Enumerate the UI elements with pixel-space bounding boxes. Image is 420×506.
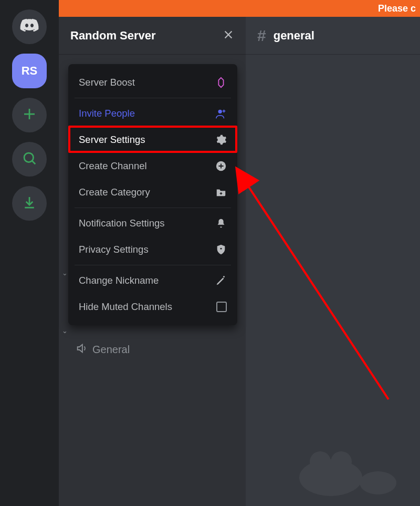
bell-icon <box>215 218 227 229</box>
chevron-down-icon[interactable]: ⌄ <box>62 269 68 277</box>
menu-item-server-boost[interactable]: Server Boost <box>68 69 237 96</box>
svg-point-0 <box>24 153 34 162</box>
menu-item-hide-muted[interactable]: Hide Muted Channels <box>68 294 237 320</box>
discord-logo-icon <box>19 15 40 38</box>
menu-label: Server Settings <box>79 134 145 146</box>
menu-item-notification-settings[interactable]: Notification Settings <box>68 210 237 236</box>
svg-point-7 <box>220 248 222 250</box>
menu-item-privacy-settings[interactable]: Privacy Settings <box>68 236 237 263</box>
channel-name: general <box>274 29 314 43</box>
folder-plus-icon <box>215 187 227 198</box>
explore-servers-button[interactable] <box>12 142 47 177</box>
menu-separator <box>75 265 231 265</box>
menu-label: Invite People <box>79 108 135 119</box>
voice-channel-label: General <box>92 344 130 356</box>
shield-icon <box>215 244 227 255</box>
invite-person-icon <box>215 108 227 119</box>
svg-point-5 <box>218 110 222 113</box>
chat-area: # general <box>246 17 420 506</box>
wumpus-illustration <box>289 420 404 501</box>
menu-label: Hide Muted Channels <box>79 301 172 313</box>
server-header[interactable]: Random Server <box>59 17 246 55</box>
gear-icon <box>215 134 227 146</box>
voice-channel-general[interactable]: General <box>76 343 130 357</box>
svg-point-4 <box>331 451 352 472</box>
menu-label: Create Category <box>79 187 150 198</box>
menu-item-invite-people[interactable]: Invite People <box>68 100 237 127</box>
menu-item-server-settings[interactable]: Server Settings <box>68 127 237 153</box>
add-server-button[interactable] <box>12 98 47 132</box>
hash-icon: # <box>257 27 266 45</box>
menu-item-create-channel[interactable]: Create Channel <box>68 153 237 179</box>
download-apps-button[interactable] <box>12 186 47 221</box>
compass-icon <box>22 150 37 168</box>
chevron-down-icon[interactable]: ⌄ <box>62 327 68 335</box>
svg-point-1 <box>299 459 362 496</box>
pencil-icon <box>215 275 227 286</box>
server-rs[interactable]: RS <box>12 54 47 88</box>
menu-separator <box>75 208 231 208</box>
home-button[interactable] <box>12 9 47 44</box>
download-icon <box>22 194 37 212</box>
svg-point-3 <box>310 451 331 472</box>
menu-label: Notification Settings <box>79 218 165 229</box>
boost-gem-icon <box>215 77 227 88</box>
server-initials: RS <box>22 64 38 78</box>
menu-item-change-nickname[interactable]: Change Nickname <box>68 267 237 294</box>
menu-label: Create Channel <box>79 160 147 172</box>
menu-label: Change Nickname <box>79 275 159 286</box>
speaker-icon <box>76 343 87 357</box>
menu-label: Server Boost <box>79 77 135 88</box>
notice-banner-text: Please c <box>378 3 416 14</box>
plus-circle-icon <box>215 160 227 172</box>
checkbox-icon[interactable] <box>216 302 227 312</box>
server-name: Random Server <box>70 29 156 43</box>
close-menu-icon[interactable] <box>223 29 234 43</box>
menu-label: Privacy Settings <box>79 244 149 255</box>
notice-banner: Please c <box>59 0 420 17</box>
svg-point-2 <box>360 471 396 494</box>
chat-header: # general <box>246 17 420 55</box>
guild-rail: RS <box>0 0 59 506</box>
server-dropdown-menu: Server Boost Invite People Server Settin… <box>68 64 237 325</box>
menu-separator <box>75 98 231 98</box>
plus-icon <box>22 106 37 124</box>
menu-item-create-category[interactable]: Create Category <box>68 179 237 205</box>
